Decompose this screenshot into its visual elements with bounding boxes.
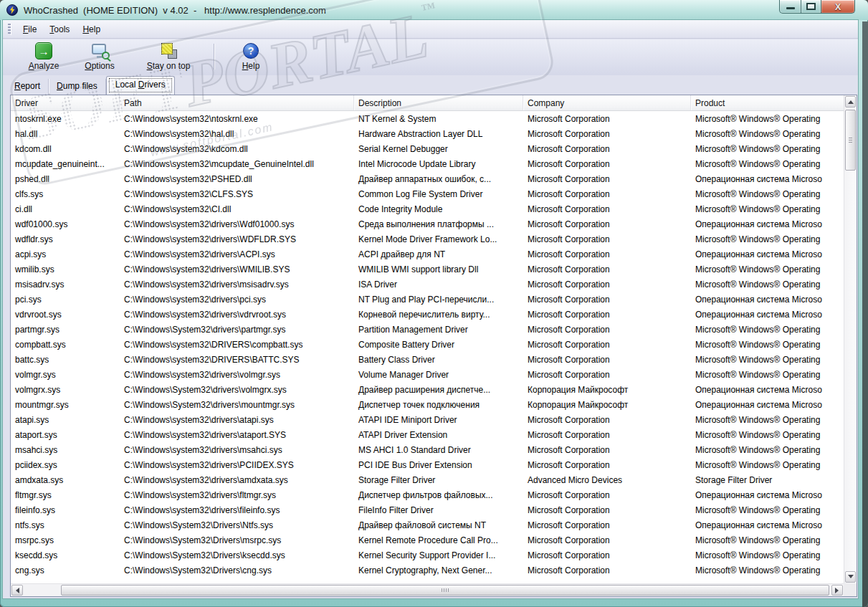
cell-description: Storage Filter Driver [354, 475, 523, 485]
tab-dump-files[interactable]: Dump files [49, 79, 106, 95]
menu-tools[interactable]: Tools [43, 22, 76, 37]
minimize-button[interactable] [779, 0, 801, 14]
table-row[interactable]: partmgr.sys C:\Windows\System32\drivers\… [11, 322, 844, 337]
table-row[interactable]: volmgrx.sys C:\Windows\System32\drivers\… [11, 382, 844, 397]
menu-file[interactable]: File [16, 22, 43, 37]
title-bar[interactable]: WhoCrashed (HOME EDITION) v 4.02 - http:… [0, 0, 868, 20]
table-row[interactable]: mcupdate_genuineint... C:\Windows\system… [11, 156, 844, 171]
help-label: Help [242, 61, 260, 71]
table-row[interactable]: ntoskrnl.exe C:\Windows\system32\ntoskrn… [11, 111, 844, 126]
cell-path: C:\Windows\System32\Drivers\msrpc.sys [120, 535, 354, 545]
column-header-driver[interactable]: Driver [11, 95, 120, 110]
cell-path: C:\Windows\system32\drivers\ataport.SYS [120, 430, 354, 440]
table-row[interactable]: ksecdd.sys C:\Windows\System32\Drivers\k… [11, 548, 844, 563]
cell-product: Microsoft® Windows® Operating [691, 114, 844, 124]
maximize-icon [806, 3, 816, 10]
table-row[interactable]: battc.sys C:\Windows\system32\DRIVERS\BA… [11, 352, 844, 367]
table-row[interactable]: fltmgr.sys C:\Windows\system32\drivers\f… [11, 487, 844, 502]
lightning-bolt-icon [8, 6, 16, 14]
cell-company: Microsoft Corporation [523, 370, 691, 380]
cell-company: Microsoft Corporation [523, 234, 691, 244]
cell-company: Microsoft Corporation [523, 565, 691, 575]
maximize-button[interactable] [801, 0, 821, 14]
cell-driver: pci.sys [11, 295, 120, 305]
table-row[interactable]: msrpc.sys C:\Windows\System32\Drivers\ms… [11, 532, 844, 548]
table-row[interactable]: atapi.sys C:\Windows\system32\drivers\at… [11, 412, 844, 427]
horizontal-scrollbar[interactable] [11, 583, 844, 596]
menu-help-label: H [82, 24, 89, 34]
cell-path: C:\Windows\system32\DRIVERS\compbatt.sys [120, 340, 354, 350]
cell-company: Microsoft Corporation [523, 325, 691, 335]
column-header-description[interactable]: Description [354, 95, 523, 110]
down-arrow-icon [848, 575, 854, 581]
cell-description: Kernel Mode Driver Framework Lo... [354, 234, 523, 244]
cell-company: Microsoft Corporation [523, 445, 691, 455]
cell-path: C:\Windows\system32\drivers\pci.sys [120, 295, 354, 305]
cell-path: C:\Windows\System32\drivers\mountmgr.sys [120, 400, 354, 410]
table-row[interactable]: mountmgr.sys C:\Windows\System32\drivers… [11, 397, 844, 412]
tab-report[interactable]: Report [6, 79, 49, 95]
menu-help[interactable]: Help [76, 22, 107, 37]
options-button[interactable]: Options [75, 42, 125, 71]
scroll-up-button[interactable] [845, 96, 856, 107]
cell-driver: clfs.sys [11, 189, 120, 199]
cell-path: C:\Windows\system32\drivers\msisadrv.sys [120, 279, 354, 290]
cell-description: Serial Kernel Debugger [354, 144, 523, 154]
cell-company: Microsoft Corporation [523, 460, 691, 470]
vertical-scrollbar[interactable] [844, 95, 857, 583]
scroll-down-button[interactable] [845, 571, 856, 583]
cell-product: Microsoft® Windows® Operating [691, 129, 844, 139]
analyze-button[interactable]: → Analyze [20, 42, 67, 71]
table-row[interactable]: msahci.sys C:\Windows\system32\drivers\m… [11, 442, 844, 457]
column-header-company[interactable]: Company [523, 95, 691, 110]
table-row[interactable]: pciidex.sys C:\Windows\system32\drivers\… [11, 457, 844, 472]
table-row[interactable]: pci.sys C:\Windows\system32\drivers\pci.… [11, 292, 844, 307]
table-row[interactable]: wdfldr.sys C:\Windows\system32\drivers\W… [11, 231, 844, 247]
cell-product: Microsoft® Windows® Operating [691, 279, 844, 290]
column-header-product[interactable]: Product [691, 95, 844, 110]
table-row[interactable]: msisadrv.sys C:\Windows\system32\drivers… [11, 277, 844, 292]
help-button[interactable]: ? Help [230, 42, 272, 71]
scroll-left-button[interactable] [11, 585, 23, 596]
cell-description: Hardware Abstraction Layer DLL [354, 129, 523, 139]
table-row[interactable]: ntfs.sys C:\Windows\System32\Drivers\Ntf… [11, 517, 844, 532]
cell-product: Microsoft® Windows® Operating [691, 460, 844, 470]
cell-driver: kdcom.dll [11, 144, 120, 154]
table-row[interactable]: ataport.sys C:\Windows\system32\drivers\… [11, 427, 844, 442]
table-row[interactable]: clfs.sys C:\Windows\system32\CLFS.SYS Co… [11, 186, 844, 201]
table-row[interactable]: wmilib.sys C:\Windows\system32\drivers\W… [11, 262, 844, 277]
cell-company: Microsoft Corporation [523, 114, 691, 124]
up-arrow-icon [848, 97, 854, 104]
cell-product: Microsoft® Windows® Operating [691, 144, 844, 154]
table-row[interactable]: vdrvroot.sys C:\Windows\system32\drivers… [11, 307, 844, 322]
cell-company: Microsoft Corporation [523, 159, 691, 169]
menubar-grip[interactable] [8, 24, 11, 35]
table-row[interactable]: cng.sys C:\Windows\System32\Drivers\cng.… [11, 563, 844, 578]
cell-driver: amdxata.sys [11, 475, 120, 485]
table-row[interactable]: acpi.sys C:\Windows\system32\drivers\ACP… [11, 247, 844, 262]
stay-on-top-button[interactable]: Stay on top [133, 42, 204, 71]
cell-product: Microsoft® Windows® Operating [691, 204, 844, 214]
cell-driver: hal.dll [11, 129, 120, 139]
table-row[interactable]: volmgr.sys C:\Windows\system32\drivers\v… [11, 367, 844, 382]
cell-description: Диспетчер точек подключения [354, 400, 523, 410]
table-row[interactable]: pshed.dll C:\Windows\system32\PSHED.dll … [11, 171, 844, 186]
table-row[interactable]: kdcom.dll C:\Windows\system32\kdcom.dll … [11, 141, 844, 156]
scroll-right-button[interactable] [831, 585, 843, 596]
table-row[interactable]: ci.dll C:\Windows\system32\CI.dll Code I… [11, 201, 844, 216]
cell-description: ISA Driver [354, 279, 523, 290]
table-row[interactable]: amdxata.sys C:\Windows\system32\drivers\… [11, 472, 844, 487]
cell-company: Microsoft Corporation [523, 189, 691, 199]
horizontal-scroll-thumb[interactable] [61, 585, 829, 596]
table-row[interactable]: hal.dll C:\Windows\system32\hal.dll Hard… [11, 126, 844, 141]
right-arrow-icon [835, 588, 841, 593]
tab-local-drivers[interactable]: Local Drivers [106, 76, 175, 95]
close-button[interactable]: X [821, 0, 855, 14]
vertical-scroll-thumb[interactable] [845, 110, 856, 171]
column-header-path[interactable]: Path [120, 95, 354, 110]
table-row[interactable]: wdf01000.sys C:\Windows\system32\drivers… [11, 216, 844, 231]
cell-description: MS AHCI 1.0 Standard Driver [354, 445, 523, 455]
cell-driver: mountmgr.sys [11, 400, 120, 410]
table-row[interactable]: fileinfo.sys C:\Windows\system32\drivers… [11, 502, 844, 517]
table-row[interactable]: compbatt.sys C:\Windows\system32\DRIVERS… [11, 337, 844, 352]
